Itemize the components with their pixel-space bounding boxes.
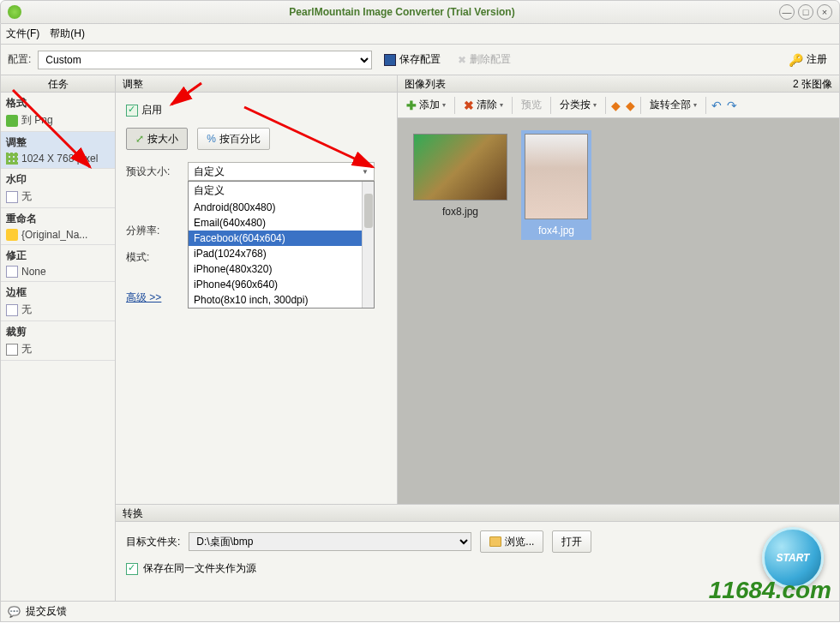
save-icon <box>384 54 396 66</box>
chevron-down-icon: ▼ <box>362 168 369 176</box>
titlebar: PearlMountain Image Converter (Trial Ver… <box>0 0 840 24</box>
register-button[interactable]: 🔑 注册 <box>783 50 832 70</box>
resize-panel: 调整 启用 ⤢ 按大小 % 按百分比 <box>116 75 398 504</box>
preset-option[interactable]: iPhone(480x320) <box>189 261 374 277</box>
menu-file[interactable]: 文件(F) <box>6 27 39 41</box>
border-icon <box>6 304 18 316</box>
preset-option[interactable]: 自定义 <box>189 182 374 200</box>
sidebar-item-watermark[interactable]: 水印 无 <box>1 169 115 208</box>
format-icon <box>6 115 18 127</box>
by-size-button[interactable]: ⤢ 按大小 <box>126 128 188 150</box>
chevron-down-icon: ▾ <box>593 101 597 109</box>
thumbnail-image <box>525 134 588 219</box>
preset-label: 预设大小: <box>126 165 177 179</box>
sidebar-item-border[interactable]: 边框 无 <box>1 282 115 321</box>
sidebar-header: 任务 <box>1 75 115 93</box>
maximize-button[interactable]: □ <box>798 4 813 20</box>
preset-option[interactable]: Photo(8x10 inch, 300dpi) <box>189 292 374 308</box>
save-config-button[interactable]: 保存配置 <box>379 50 446 70</box>
window-title: PearlMountain Image Converter (Trial Ver… <box>28 6 776 18</box>
start-button[interactable]: START <box>762 527 824 589</box>
arrow-left-icon[interactable]: ◆ <box>611 99 621 112</box>
image-count: 2 张图像 <box>793 75 832 92</box>
statusbar: 💬 提交反馈 <box>0 602 840 622</box>
minimize-button[interactable]: — <box>779 4 795 20</box>
menubar: 文件(F) 帮助(H) <box>0 24 840 45</box>
chevron-down-icon: ▾ <box>500 101 503 109</box>
image-list-panel: 图像列表 2 张图像 ✚添加▾ ✖清除▾ 预览 分类按▾ ◆ ◆ 旋转全部▾ <box>398 75 839 504</box>
preset-option[interactable]: Email(640x480) <box>189 215 374 231</box>
expand-icon: ⤢ <box>135 133 144 145</box>
sidebar: 任务 格式 到 Png 调整 1024 X 768 pixel 水印 无 重命名… <box>1 75 116 601</box>
rename-icon <box>6 229 18 241</box>
enable-checkbox[interactable] <box>126 105 138 117</box>
config-toolbar: 配置: Custom 保存配置 ✖ 删除配置 🔑 注册 <box>0 45 840 75</box>
clear-button[interactable]: ✖清除▾ <box>460 96 507 114</box>
percent-icon: % <box>207 133 216 145</box>
open-button[interactable]: 打开 <box>552 530 591 553</box>
enable-label: 启用 <box>141 103 162 117</box>
same-folder-label: 保存在同一文件夹作为源 <box>143 561 256 576</box>
browse-button[interactable]: 浏览... <box>480 530 543 553</box>
preset-option[interactable]: Facebook(604x604) <box>189 231 374 246</box>
convert-header: 转换 <box>116 505 839 522</box>
sidebar-item-crop[interactable]: 裁剪 无 <box>1 321 115 361</box>
image-list-toolbar: ✚添加▾ ✖清除▾ 预览 分类按▾ ◆ ◆ 旋转全部▾ ↶ ↷ <box>398 93 839 118</box>
plus-icon: ✚ <box>406 99 417 112</box>
thumbnails-area[interactable]: fox8.jpg fox4.jpg <box>398 118 839 504</box>
preset-option[interactable]: iPad(1024x768) <box>189 246 374 261</box>
feedback-link[interactable]: 提交反馈 <box>26 604 67 619</box>
feedback-icon: 💬 <box>8 606 21 618</box>
same-folder-checkbox[interactable] <box>126 563 138 575</box>
resolution-label: 分辨率: <box>126 224 177 238</box>
advanced-link[interactable]: 高级 >> <box>126 291 161 303</box>
sidebar-item-resize[interactable]: 调整 1024 X 768 pixel <box>1 132 115 169</box>
chevron-down-icon: ▾ <box>693 101 697 109</box>
delete-icon: ✖ <box>458 54 466 66</box>
delete-config-button[interactable]: ✖ 删除配置 <box>453 50 516 70</box>
config-preset-select[interactable]: Custom <box>38 51 372 69</box>
crop-icon <box>6 344 18 356</box>
thumbnail-item[interactable]: fox8.jpg <box>410 130 511 221</box>
image-list-header: 图像列表 2 张图像 <box>398 75 839 93</box>
preview-button[interactable]: 预览 <box>518 96 545 114</box>
preset-option[interactable]: iPhone4(960x640) <box>189 277 374 292</box>
sort-button[interactable]: 分类按▾ <box>556 96 600 114</box>
thumbnail-image <box>413 134 507 201</box>
sidebar-item-rename[interactable]: 重命名 {Original_Na... <box>1 208 115 245</box>
preset-dropdown-list: 自定义 Android(800x480) Email(640x480) Face… <box>188 181 375 309</box>
sidebar-item-format[interactable]: 格式 到 Png <box>1 93 115 132</box>
redo-icon[interactable]: ↷ <box>727 99 737 112</box>
resize-header: 调整 <box>116 75 397 93</box>
undo-icon[interactable]: ↶ <box>711 99 722 112</box>
rotate-button[interactable]: 旋转全部▾ <box>646 96 700 114</box>
resize-icon <box>6 153 18 165</box>
preset-dropdown[interactable]: 自定义 ▼ 自定义 Android(800x480) Email(640x480… <box>188 162 375 181</box>
sidebar-item-correct[interactable]: 修正 None <box>1 245 115 282</box>
mode-label: 模式: <box>126 250 177 265</box>
menu-help[interactable]: 帮助(H) <box>50 27 85 41</box>
chevron-down-icon: ▾ <box>442 101 446 109</box>
add-button[interactable]: ✚添加▾ <box>403 96 449 114</box>
close-button[interactable]: × <box>817 4 832 20</box>
arrow-right-icon[interactable]: ◆ <box>626 99 635 112</box>
folder-icon <box>489 536 501 547</box>
main-area: 任务 格式 到 Png 调整 1024 X 768 pixel 水印 无 重命名… <box>0 75 840 602</box>
preset-option[interactable]: Android(800x480) <box>189 200 374 215</box>
target-folder-label: 目标文件夹: <box>126 535 180 549</box>
thumbnail-item[interactable]: fox4.jpg <box>521 130 591 240</box>
convert-panel: 转换 目标文件夹: D:\桌面\bmp 浏览... 打开 保存在同一文件夹作为源… <box>116 504 839 601</box>
x-icon: ✖ <box>464 99 474 112</box>
watermark-icon <box>6 191 18 203</box>
correct-icon <box>6 266 18 278</box>
app-icon <box>8 5 21 19</box>
config-label: 配置: <box>8 52 31 67</box>
target-folder-select[interactable]: D:\桌面\bmp <box>189 532 471 551</box>
dropdown-scrollbar[interactable] <box>362 182 374 308</box>
by-percent-button[interactable]: % 按百分比 <box>197 128 270 150</box>
key-icon: 🔑 <box>789 53 803 67</box>
